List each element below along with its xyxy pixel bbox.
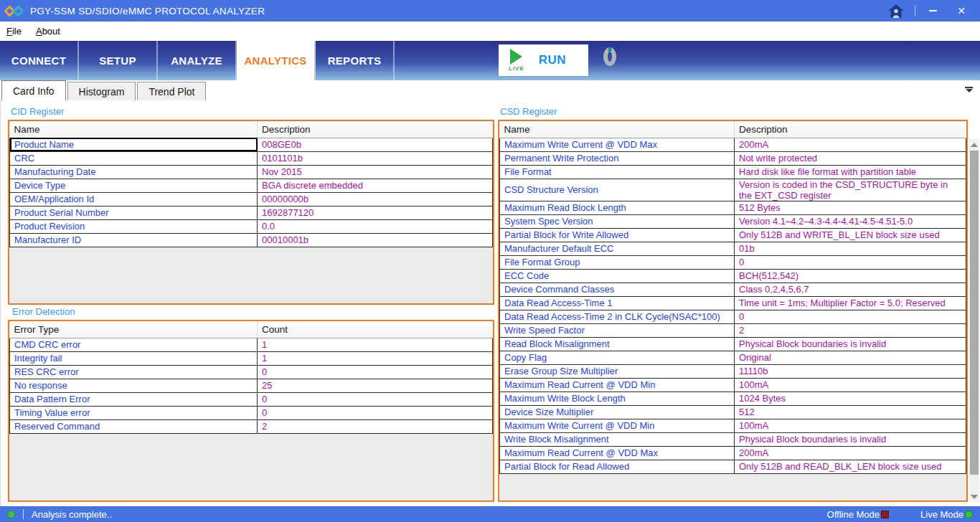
power-ring-icon[interactable] — [603, 47, 616, 66]
column-header-description[interactable]: Description — [258, 121, 493, 138]
table-cell[interactable]: ECC Code — [500, 269, 735, 283]
table-cell[interactable]: 0.0 — [258, 219, 493, 233]
table-cell[interactable]: Maximum Read Current @ VDD Min — [500, 378, 735, 392]
table-cell[interactable]: Write Speed Factor — [500, 323, 735, 337]
table-cell[interactable]: CMD CRC error — [10, 338, 258, 351]
column-header-error-type[interactable]: Error Type — [10, 321, 258, 338]
table-cell[interactable]: 1 — [258, 351, 493, 365]
table-cell[interactable]: Physical Block boundaries is invalid — [735, 337, 966, 351]
table-cell[interactable]: Data Pattern Error — [10, 392, 258, 406]
table-cell[interactable]: Not write protected — [735, 151, 966, 165]
table-cell[interactable]: Data Read Access-Time 1 — [500, 296, 735, 310]
table-cell[interactable]: Version 4.1–4.2–4.3-4.4-4.41-4.5-4.51-5.… — [735, 214, 966, 228]
tab-connect[interactable]: CONNECT — [0, 41, 79, 80]
table-cell[interactable]: 0 — [735, 310, 966, 323]
table-cell[interactable]: RES CRC error — [10, 365, 258, 379]
table-cell[interactable]: Partial Block for Write Allowed — [500, 228, 735, 242]
table-cell[interactable]: Physical Block boundaries is invalid — [735, 432, 966, 446]
table-cell[interactable]: 008GE0b — [258, 138, 493, 151]
table-cell[interactable]: 1 — [258, 338, 493, 351]
table-cell[interactable]: Maximum Read Block Length — [500, 201, 735, 214]
table-cell[interactable]: 00000000b — [258, 192, 493, 206]
table-cell[interactable]: 1024 Bytes — [735, 392, 966, 405]
table-cell[interactable]: Write Block Misalignment — [500, 432, 735, 446]
table-cell[interactable]: Only 512B and WRITE_BL_LEN block size us… — [735, 228, 966, 242]
tab-setup[interactable]: SETUP — [79, 41, 158, 80]
offline-mode-indicator-icon[interactable] — [881, 511, 889, 518]
table-cell[interactable]: 100mA — [735, 378, 966, 392]
table-cell[interactable]: Manufacturing Date — [10, 165, 258, 179]
table-cell[interactable]: Erase Group Size Multiplier — [500, 364, 735, 378]
table-cell[interactable]: 2 — [735, 323, 966, 337]
csd-vertical-scrollbar[interactable] — [969, 139, 979, 502]
table-cell[interactable]: Product Revision — [10, 219, 258, 233]
table-cell[interactable]: Partial Block for Read Allowed — [500, 460, 735, 473]
table-cell[interactable]: Copy Flag — [500, 351, 735, 364]
column-header-name[interactable]: Name — [10, 121, 258, 138]
table-cell[interactable]: 0 — [735, 255, 966, 269]
table-cell[interactable]: No response — [10, 379, 258, 392]
tab-histogram[interactable]: Histogram — [67, 82, 136, 100]
table-cell[interactable]: 0 — [258, 406, 493, 419]
table-cell[interactable]: 11110b — [735, 364, 966, 378]
table-cell[interactable]: Maximum Write Block Length — [500, 392, 735, 405]
collapse-panel-icon[interactable] — [965, 87, 973, 92]
table-cell[interactable]: 512 Bytes — [735, 201, 966, 214]
table-cell[interactable]: Device Type — [10, 179, 258, 192]
table-cell[interactable]: Nov 2015 — [258, 165, 493, 179]
table-cell[interactable]: 200mA — [735, 138, 966, 151]
table-cell[interactable]: Integrity fail — [10, 351, 258, 365]
tab-trend-plot[interactable]: Trend Plot — [137, 82, 206, 100]
table-cell[interactable]: CSD Structure Version — [500, 179, 735, 201]
table-cell[interactable]: 100mA — [735, 419, 966, 432]
table-cell[interactable]: Timing Value error — [10, 406, 258, 419]
table-cell[interactable]: 512 — [735, 405, 966, 419]
table-cell[interactable]: 0101101b — [258, 151, 493, 165]
table-cell[interactable]: 0 — [258, 392, 493, 406]
home-icon[interactable] — [880, 0, 912, 22]
tab-card-info[interactable]: Card Info — [1, 80, 66, 100]
close-button[interactable]: ✕ — [947, 0, 976, 22]
table-cell[interactable]: File Format Group — [500, 255, 735, 269]
scroll-up-arrow-icon[interactable] — [969, 139, 979, 150]
table-cell[interactable]: Data Read Access-Time 2 in CLK Cycle(NSA… — [500, 310, 735, 323]
table-cell[interactable]: OEM/Application Id — [10, 192, 258, 206]
table-cell[interactable]: 0 — [258, 365, 493, 379]
table-cell[interactable]: Maximum Write Current @ VDD Min — [500, 419, 735, 432]
table-cell[interactable]: 00010001b — [258, 233, 493, 247]
table-cell[interactable]: 2 — [258, 419, 493, 433]
table-cell[interactable]: CRC — [10, 151, 258, 165]
scroll-down-arrow-icon[interactable] — [969, 491, 979, 502]
table-cell[interactable]: 25 — [258, 379, 493, 392]
table-cell[interactable]: Permanent Write Protection — [500, 151, 735, 165]
live-mode-indicator-icon[interactable] — [965, 511, 973, 518]
table-cell[interactable]: Read Block Misalignment — [500, 337, 735, 351]
table-cell[interactable]: 1692877120 — [258, 206, 493, 219]
table-cell[interactable]: BGA discrete embedded — [258, 179, 493, 192]
menu-file[interactable]: File — [6, 26, 22, 37]
tab-analyze[interactable]: ANALYZE — [158, 41, 237, 80]
scrollbar-thumb[interactable] — [970, 151, 979, 475]
table-cell[interactable]: Reserved Command — [10, 419, 258, 433]
tab-reports[interactable]: REPORTS — [316, 41, 395, 80]
table-cell[interactable]: Version is coded in the CSD_STRUCTURE by… — [735, 179, 966, 201]
table-cell[interactable]: Class 0,2,4,5,6,7 — [735, 283, 966, 296]
table-cell[interactable]: File Format — [500, 165, 735, 179]
table-cell[interactable]: 01b — [735, 242, 966, 255]
table-cell[interactable]: BCH(512,542) — [735, 269, 966, 283]
table-cell[interactable]: Only 512B and READ_BLK_LEN block size us… — [735, 460, 966, 473]
table-cell[interactable]: Device Size Multiplier — [500, 405, 735, 419]
table-cell[interactable]: Manufacturer ID — [10, 233, 258, 247]
table-cell[interactable]: Product Name — [10, 138, 258, 151]
table-cell[interactable]: System Spec Version — [500, 214, 735, 228]
table-cell[interactable]: Manufacturer Default ECC — [500, 242, 735, 255]
column-header-description[interactable]: Description — [735, 121, 966, 138]
table-cell[interactable]: Product Serial Number — [10, 206, 258, 219]
table-cell[interactable]: Hard disk like file format with partitio… — [735, 165, 966, 179]
run-button[interactable]: LIVE RUN — [499, 44, 588, 76]
table-cell[interactable]: Original — [735, 351, 966, 364]
table-cell[interactable]: Maximum Write Current @ VDD Max — [500, 138, 735, 151]
column-header-name[interactable]: Name — [500, 121, 735, 138]
table-cell[interactable]: 200mA — [735, 446, 966, 460]
tab-analytics[interactable]: ANALYTICS — [237, 41, 316, 80]
